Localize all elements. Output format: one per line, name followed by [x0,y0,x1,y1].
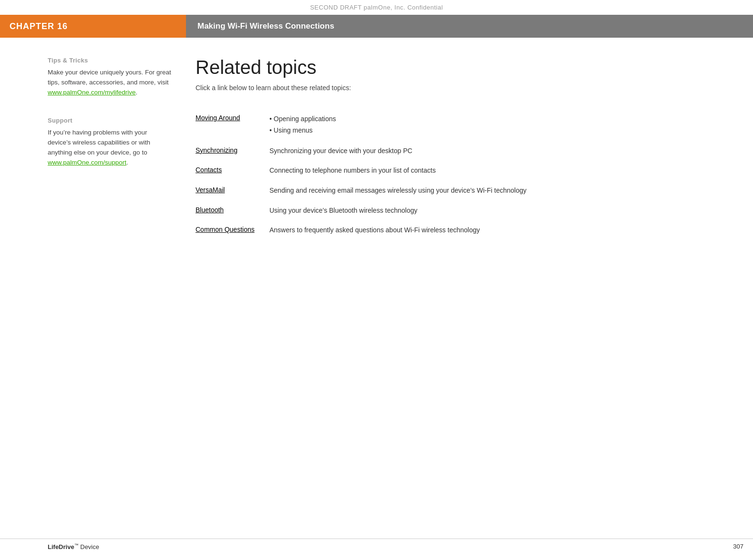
topic-link-cell: Common Questions [196,220,269,240]
topic-link-bluetooth[interactable]: Bluetooth [196,206,224,214]
support-link[interactable]: www.palmOne.com/support [48,159,126,166]
topic-link-cell: VersaMail [196,181,269,201]
topic-desc-cell: Using your device’s Bluetooth wireless t… [269,201,711,221]
topic-link-moving-around[interactable]: Moving Around [196,114,240,122]
table-row: Common QuestionsAnswers to frequently as… [196,220,711,240]
topic-link-common-questions[interactable]: Common Questions [196,226,255,233]
related-topics-subtitle: Click a link below to learn about these … [196,84,711,92]
topics-table: Moving AroundOpening applicationsUsing m… [196,109,711,240]
list-item: Opening applications [269,114,711,125]
related-topics-title: Related topics [196,57,711,78]
topic-link-synchronizing[interactable]: Synchronizing [196,146,237,154]
watermark: SECOND DRAFT palmOne, Inc. Confidential [0,0,753,13]
topic-link-cell: Contacts [196,161,269,181]
tips-link[interactable]: www.palmOne.com/mylifedrive [48,89,136,96]
table-row: BluetoothUsing your device’s Bluetooth w… [196,201,711,221]
tips-body: Make your device uniquely yours. For gre… [48,68,172,98]
chapter-title: Making Wi-Fi Wireless Connections [186,15,753,38]
topic-link-contacts[interactable]: Contacts [196,166,222,174]
topic-link-cell: Moving Around [196,109,269,141]
table-row: ContactsConnecting to telephone numbers … [196,161,711,181]
topic-desc-cell: Connecting to telephone numbers in your … [269,161,711,181]
footer: LifeDrive™ Device 307 [0,539,753,550]
header-bar: CHAPTER 16 Making Wi-Fi Wireless Connect… [0,15,753,38]
topic-link-versamail[interactable]: VersaMail [196,186,225,194]
topic-link-cell: Bluetooth [196,201,269,221]
support-body: If you’re having problems with your devi… [48,128,172,168]
support-heading: Support [48,117,172,124]
sidebar: Tips & Tricks Make your device uniquely … [48,57,186,240]
footer-page-number: 307 [733,543,743,550]
footer-brand: LifeDrive™ Device [48,543,99,550]
topic-link-cell: Synchronizing [196,141,269,161]
main-content: Related topics Click a link below to lea… [186,57,711,240]
list-item: Using menus [269,125,711,136]
support-section: Support If you’re having problems with y… [48,117,172,168]
chapter-label: CHAPTER 16 [0,15,186,38]
table-row: SynchronizingSynchronizing your device w… [196,141,711,161]
topic-desc-cell: Synchronizing your device with your desk… [269,141,711,161]
tips-heading: Tips & Tricks [48,57,172,64]
content-area: Tips & Tricks Make your device uniquely … [0,38,753,240]
topic-desc-cell: Answers to frequently asked questions ab… [269,220,711,240]
table-row: VersaMailSending and receiving email mes… [196,181,711,201]
topic-desc-cell: Opening applicationsUsing menus [269,109,711,141]
topic-desc-cell: Sending and receiving email messages wir… [269,181,711,201]
table-row: Moving AroundOpening applicationsUsing m… [196,109,711,141]
tips-section: Tips & Tricks Make your device uniquely … [48,57,172,98]
